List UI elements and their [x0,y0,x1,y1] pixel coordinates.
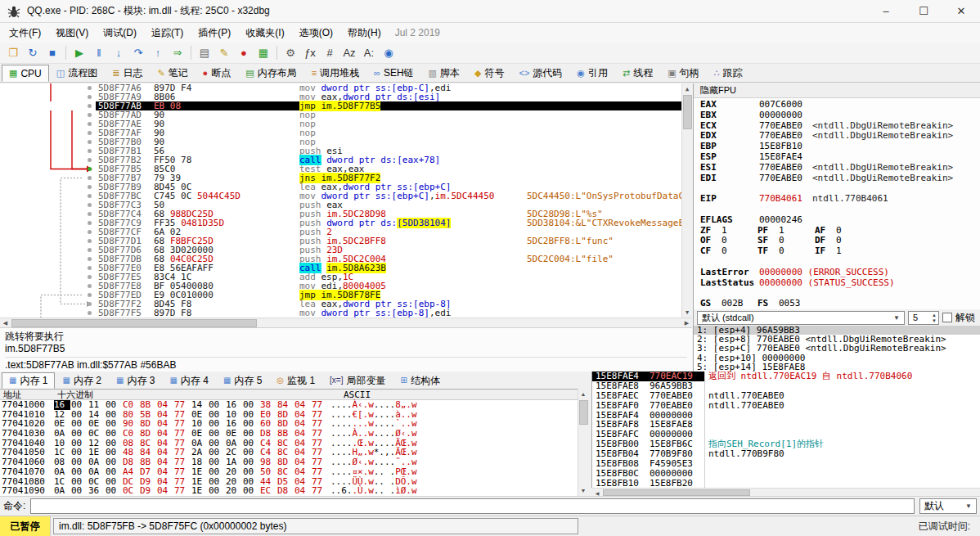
memory-byte[interactable]: 77 [312,400,328,410]
memory-vertical-scrollbar[interactable]: ▲ ▼ [578,389,588,496]
minimize-button[interactable]: – [867,0,905,22]
breakpoint-dot[interactable] [88,140,92,144]
tab-memory-1[interactable]: ▦内存 1 [2,372,55,389]
memory-byte[interactable]: 00 [71,486,88,496]
breakpoint-dot[interactable] [88,266,92,270]
memory-byte[interactable]: 77 [312,467,328,477]
memory-byte[interactable]: 8B [140,400,156,410]
tab-memory-2[interactable]: ▦内存 2 [55,372,108,389]
menu-item[interactable]: 视图(V) [48,24,96,43]
tab-struct[interactable]: ⊞结构体 [393,372,447,389]
spinner-arrows-icon[interactable]: ▲▼ [932,313,937,324]
breakpoint-dot[interactable] [88,104,92,108]
tab-call-stack[interactable]: ≡调用堆栈 [304,65,366,82]
assemble-icon[interactable]: # [321,44,339,61]
memory-byte[interactable]: 77 [312,486,328,496]
memory-byte[interactable]: 1E [191,486,208,496]
stack-row[interactable]: 15E8FB1015E8FB20 [592,479,704,488]
tab-cpu[interactable]: ▦CPU [2,65,49,82]
stack-row[interactable]: 15E8FAF0770EABE0 [592,401,704,411]
tab-memory-3[interactable]: ▦内存 3 [109,372,162,389]
breakpoint-dot[interactable] [88,194,92,198]
memory-byte[interactable]: 77 [174,429,191,439]
patches-icon[interactable]: ▤ [196,44,214,61]
hide-fpu-button[interactable]: 隐藏FPU [694,83,980,98]
stack-row[interactable]: 15E8FAEC770EABE0 [592,391,704,401]
memory-byte[interactable]: 00 [71,400,88,410]
breakpoint-dot[interactable] [88,86,92,90]
breakpoint-dot[interactable] [88,122,92,126]
tab-breakpoints[interactable]: ●断点 [196,65,239,82]
help-icon[interactable]: ◉ [380,44,398,61]
breakpoint-dot[interactable] [88,176,92,180]
scrollbar-thumb[interactable] [579,400,588,425]
memory-byte[interactable]: 00 [243,429,259,439]
stack-row[interactable]: 15E8FB0C00000000 [592,469,704,479]
register-row[interactable]: ESP15E8FAE4 [700,152,980,163]
breakpoint-dot[interactable] [88,212,92,216]
memory-row[interactable]: 7704106008000A00D88B047718001A00988D0477… [0,457,578,467]
stack-info-row[interactable] [705,479,980,488]
step-into-icon[interactable]: ↓ [110,44,128,61]
restart-icon[interactable]: ↻ [24,44,42,61]
label-icon[interactable]: A: [360,44,378,61]
memory-byte[interactable]: 84 [277,400,294,410]
tab-symbols[interactable]: ◆符号 [467,65,511,82]
memory-byte[interactable]: 8D [140,429,156,439]
menu-item[interactable]: 文件(F) [2,24,48,43]
memory-byte[interactable]: 8B [277,429,294,439]
calling-convention-select[interactable]: 默认 (stdcall) ▼ [697,311,905,325]
memory-byte[interactable]: 36 [88,486,105,496]
memory-byte[interactable]: 00 [243,486,259,496]
register-row[interactable]: EDX770EABE0<ntdll.DbgUiRemoteBreakin> [700,131,980,142]
calculator-icon[interactable]: ƒx [301,44,319,61]
memory-byte[interactable]: 14 [191,400,208,410]
scroll-down-arrow-icon[interactable]: ▼ [682,307,692,318]
tab-script[interactable]: ▥脚本 [421,65,467,82]
breakpoint-dot[interactable] [88,221,92,225]
memory-byte[interactable]: 00 [209,400,225,410]
memory-row[interactable]: 770410900A0036000CD904771E002000ECD80477… [0,486,578,496]
scroll-up-arrow-icon[interactable]: ▲ [578,389,588,399]
menu-item[interactable]: 调试(D) [96,24,144,43]
memory-byte[interactable]: 16 [54,400,70,410]
memory-byte[interactable]: D8 [260,429,276,439]
memory-byte[interactable]: C0 [123,400,139,410]
memory-byte[interactable]: 00 [209,486,225,496]
memory-byte[interactable]: 0A [54,429,70,439]
tab-memory-map[interactable]: ▤内存布局 [238,65,303,82]
stack-horizontal-scrollbar[interactable]: ◀ [591,488,980,496]
memory-map-icon[interactable]: ▦ [254,44,272,61]
stack-row[interactable]: 15E8FAE896A59BB3 [592,381,704,391]
stop-icon[interactable]: ■ [43,44,61,61]
breakpoint-dot[interactable] [88,293,92,297]
register-row[interactable]: EFLAGS00000246 [700,215,980,226]
scroll-up-arrow-icon[interactable]: ▲ [682,83,692,94]
memory-byte[interactable]: 00 [106,400,122,410]
memory-row[interactable]: 770410501C001E00488404772A002C00C48C0477… [0,448,578,457]
scrollbar-thumb[interactable] [11,319,257,327]
memory-byte[interactable]: 38 [260,400,276,410]
memory-byte[interactable]: 50 [260,467,276,477]
tab-references[interactable]: ◉引用 [569,65,615,82]
register-row[interactable]: LastStatus00000000 (STATUS_SUCCESS) [700,278,980,289]
breakpoint-dot[interactable] [88,230,92,234]
memory-byte[interactable]: D8 [277,486,294,496]
register-row[interactable]: EDI770EABE0<ntdll.DbgUiRemoteBreakin> [700,173,980,184]
disasm-row[interactable]: 5D8F77F5897D F8mov dword ptr ss:[ebp-8],… [0,309,692,318]
stack-info-row[interactable] [705,420,980,430]
breakpoint-dot[interactable] [88,311,92,315]
memory-byte[interactable]: D7 [140,467,156,477]
register-row[interactable]: EBP15E8FB10 [700,142,980,152]
memory-byte[interactable]: 16 [226,400,242,410]
memory-byte[interactable]: 77 [174,467,191,477]
memory-row[interactable]: 770410200E000E00908D047710001600608D0477… [0,419,578,429]
comment-icon[interactable]: ✎ [215,44,233,61]
stack-info-row[interactable] [705,411,980,421]
menu-item[interactable]: 选项(O) [292,24,340,43]
stack-info-row[interactable]: 返回到 ntdll.770EAC19 自 ntdll.770B4060 [705,372,980,381]
breakpoint-dot[interactable] [88,203,92,207]
memory-byte[interactable]: 77 [174,486,191,496]
memory-byte[interactable]: 00 [209,467,225,477]
stack-info-row[interactable]: ntdll.770B9F80 [705,449,980,459]
